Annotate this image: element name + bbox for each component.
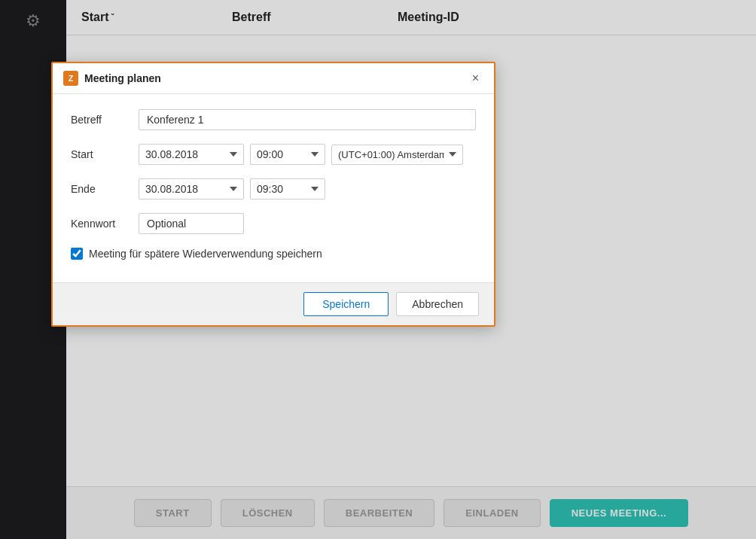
start-date-select[interactable]: 30.08.2018 31.08.2018 01.09.2018 — [139, 144, 244, 165]
ende-time-select[interactable]: 09:30 10:00 10:30 — [250, 178, 325, 199]
ende-label: Ende — [71, 183, 139, 195]
save-checkbox-label: Meeting für spätere Wiederverwendung spe… — [89, 248, 322, 260]
start-time-select[interactable]: 09:00 09:30 10:00 — [250, 144, 325, 165]
kennwort-controls — [139, 213, 476, 234]
ende-row: Ende 30.08.2018 31.08.2018 01.09.2018 09… — [71, 178, 476, 199]
dialog-footer: Speichern Abbrechen — [53, 282, 494, 325]
dialog-body: Betreff Start 30.08.2018 31.08.2018 01.0… — [53, 94, 494, 282]
save-checkbox[interactable] — [71, 248, 83, 260]
dialog-titlebar: Z Meeting planen × — [53, 63, 494, 94]
kennwort-row: Kennwort — [71, 213, 476, 234]
dialog-close-button[interactable]: × — [468, 71, 483, 86]
ende-controls: 30.08.2018 31.08.2018 01.09.2018 09:30 1… — [139, 178, 476, 199]
cancel-button[interactable]: Abbrechen — [396, 292, 479, 316]
betreff-label: Betreff — [71, 114, 139, 126]
betreff-row: Betreff — [71, 109, 476, 130]
timezone-select[interactable]: (UTC+01:00) Amsterdam (UTC+00:00) London… — [331, 145, 463, 165]
ende-date-select[interactable]: 30.08.2018 31.08.2018 01.09.2018 — [139, 178, 244, 199]
betreff-controls — [139, 109, 476, 130]
save-checkbox-row: Meeting für spätere Wiederverwendung spe… — [71, 248, 476, 260]
dialog-app-icon: Z — [63, 71, 78, 86]
betreff-input[interactable] — [139, 109, 476, 130]
dialog-title: Meeting planen — [84, 72, 468, 84]
start-controls: 30.08.2018 31.08.2018 01.09.2018 09:00 0… — [139, 144, 476, 165]
save-button[interactable]: Speichern — [303, 292, 389, 316]
start-row: Start 30.08.2018 31.08.2018 01.09.2018 0… — [71, 144, 476, 165]
meeting-dialog: Z Meeting planen × Betreff Start 30.08.2… — [51, 62, 495, 327]
kennwort-label: Kennwort — [71, 218, 139, 230]
start-label: Start — [71, 148, 139, 160]
kennwort-input[interactable] — [139, 213, 244, 234]
